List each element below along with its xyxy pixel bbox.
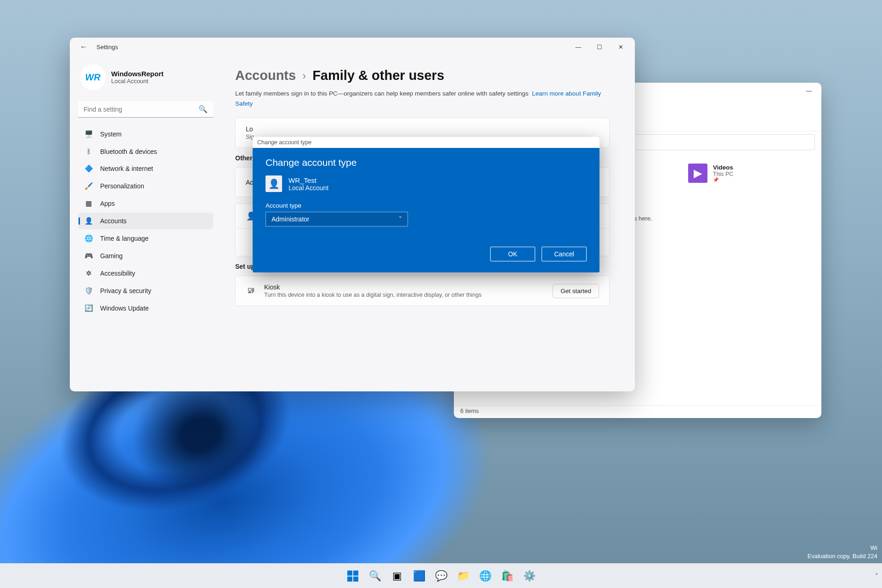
nav-icon: 🛡️ xyxy=(85,287,93,295)
nav-label: System xyxy=(100,130,122,138)
maximize-button[interactable]: ☐ xyxy=(589,38,610,56)
search-icon: 🔍 xyxy=(198,105,208,113)
nav-icon: ▦ xyxy=(85,199,93,208)
nav-icon: 👤 xyxy=(85,217,93,225)
chevron-right-icon: › xyxy=(302,69,306,82)
store-taskbar-icon[interactable]: 🛍️ xyxy=(497,566,517,586)
search-button[interactable]: 🔍 xyxy=(365,566,385,586)
sidebar-item-time-language[interactable]: 🌐Time & language xyxy=(78,230,213,247)
profile-subtitle: Local Account xyxy=(111,78,164,85)
system-tray[interactable]: ˄ xyxy=(875,572,878,579)
breadcrumb: Accounts › Family & other users xyxy=(235,68,610,83)
account-type-select[interactable]: Administrator ˅ xyxy=(266,212,408,226)
widgets-button[interactable]: 🟦 xyxy=(409,566,429,586)
sidebar-item-windows-update[interactable]: 🔄Windows Update xyxy=(78,300,213,317)
ok-button[interactable]: OK xyxy=(490,247,535,261)
chevron-up-icon[interactable]: ˄ xyxy=(875,572,878,579)
settings-search[interactable]: 🔍 xyxy=(78,101,213,118)
nav-label: Bluetooth & devices xyxy=(100,148,157,155)
dialog-user: 👤 WR_Test Local Account xyxy=(266,175,587,192)
nav-icon: ᛒ xyxy=(85,147,93,155)
status-bar: 6 items xyxy=(454,405,821,418)
change-account-dialog: Change account type Change account type … xyxy=(253,137,599,272)
app-title: Settings xyxy=(96,44,118,51)
family-description: Let family members sign in to this PC—or… xyxy=(235,89,610,108)
account-type-label: Account type xyxy=(266,202,587,209)
chevron-down-icon: ˅ xyxy=(399,215,402,223)
nav-label: Network & internet xyxy=(100,165,153,172)
profile-name: WindowsReport xyxy=(111,70,164,78)
watermark: WiEvaluation copy. Build 224 xyxy=(808,544,877,560)
nav-icon: 🌐 xyxy=(85,234,93,243)
sidebar-item-network-internet[interactable]: 🔷Network & internet xyxy=(78,160,213,177)
nav-icon: 🔷 xyxy=(85,164,93,173)
sidebar-item-bluetooth-devices[interactable]: ᛒBluetooth & devices xyxy=(78,143,213,159)
titlebar: ← Settings — ☐ ✕ xyxy=(70,38,635,56)
kiosk-icon: 🖳 xyxy=(246,286,256,295)
nav-icon: 🔄 xyxy=(85,304,93,312)
nav-label: Time & language xyxy=(100,235,148,242)
explorer-taskbar-icon[interactable]: 📁 xyxy=(453,566,473,586)
nav-label: Accounts xyxy=(100,217,127,225)
pin-icon: 📌 xyxy=(713,177,733,182)
nav-label: Windows Update xyxy=(100,305,149,312)
window-controls: — ☐ ✕ xyxy=(568,38,631,56)
nav-label: Gaming xyxy=(100,252,123,260)
nav-label: Privacy & security xyxy=(100,287,151,294)
nav-label: Apps xyxy=(100,200,115,207)
folder-icon: ▶ xyxy=(688,164,707,183)
search-input[interactable] xyxy=(84,106,198,113)
sidebar-item-apps[interactable]: ▦Apps xyxy=(78,195,213,212)
avatar: WR xyxy=(80,64,106,90)
breadcrumb-parent[interactable]: Accounts xyxy=(235,68,296,83)
sidebar-item-privacy-security[interactable]: 🛡️Privacy & security xyxy=(78,283,213,299)
nav-label: Personalization xyxy=(100,182,144,190)
sidebar-item-accounts[interactable]: 👤Accounts xyxy=(78,213,213,229)
dialog-title-bar: Change account type xyxy=(253,137,599,148)
close-button[interactable]: ✕ xyxy=(610,38,631,56)
profile-block[interactable]: WR WindowsReport Local Account xyxy=(78,61,213,98)
cancel-button[interactable]: Cancel xyxy=(542,247,587,261)
nav-label: Accessibility xyxy=(100,270,135,277)
start-button[interactable] xyxy=(343,566,363,586)
nav-icon: ✲ xyxy=(85,269,93,277)
sidebar-item-system[interactable]: 🖥️System xyxy=(78,126,213,142)
kiosk-card: 🖳 Kiosk Turn this device into a kiosk to… xyxy=(235,276,610,306)
get-started-button[interactable]: Get started xyxy=(553,284,599,298)
quick-item-videos[interactable]: ▶VideosThis PC📌 xyxy=(688,164,780,183)
sidebar-item-personalization[interactable]: 🖌️Personalization xyxy=(78,178,213,194)
sidebar: WR WindowsReport Local Account 🔍 🖥️Syste… xyxy=(70,56,221,391)
person-icon: 👤 xyxy=(266,175,282,192)
sidebar-item-accessibility[interactable]: ✲Accessibility xyxy=(78,265,213,282)
settings-taskbar-icon[interactable]: ⚙️ xyxy=(519,566,539,586)
sidebar-item-gaming[interactable]: 🎮Gaming xyxy=(78,248,213,264)
taskbar: 🔍 ▣ 🟦 💬 📁 🌐 🛍️ ⚙️ ˄ xyxy=(0,563,882,588)
nav-icon: 🖥️ xyxy=(85,130,93,138)
nav-icon: 🖌️ xyxy=(85,182,93,190)
chat-button[interactable]: 💬 xyxy=(431,566,451,586)
page-title: Family & other users xyxy=(312,68,444,83)
dialog-heading: Change account type xyxy=(266,157,587,168)
minimize-button[interactable]: — xyxy=(568,38,589,56)
back-button[interactable]: ← xyxy=(80,43,87,51)
taskview-button[interactable]: ▣ xyxy=(387,566,407,586)
nav-icon: 🎮 xyxy=(85,252,93,260)
edge-taskbar-icon[interactable]: 🌐 xyxy=(475,566,495,586)
